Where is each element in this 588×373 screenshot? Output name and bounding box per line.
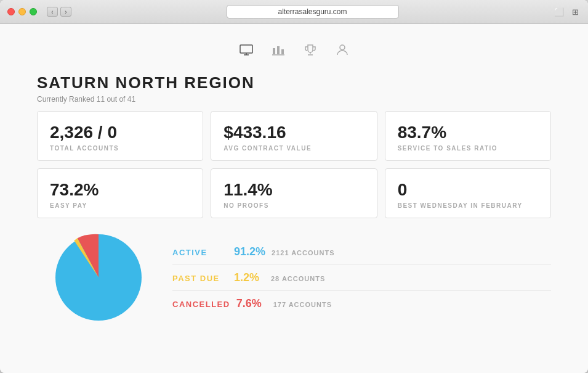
- traffic-lights: [7, 8, 37, 15]
- legend-pct-past-due: 1.2%: [234, 271, 265, 284]
- stat-card-best-wednesday: 0 BEST WEDNESDAY IN FEBRUARY: [385, 168, 551, 218]
- back-button[interactable]: ‹: [47, 7, 58, 17]
- svg-rect-0: [240, 45, 252, 53]
- total-accounts-label: TOTAL ACCOUNTS: [50, 145, 190, 152]
- region-title: SATURN NORTH REGION: [37, 73, 551, 92]
- stats-grid: 2,326 / 0 TOTAL ACCOUNTS $433.16 AVG CON…: [37, 111, 551, 218]
- new-tab-icon[interactable]: ⊞: [570, 6, 581, 17]
- easy-pay-label: EASY PAY: [50, 202, 190, 209]
- browser-actions: ⬜ ⊞: [554, 6, 581, 17]
- no-proofs-label: NO PROOFS: [224, 202, 364, 209]
- page-header: SATURN NORTH REGION Currently Ranked 11 …: [37, 73, 551, 104]
- top-nav: [37, 36, 551, 59]
- legend-row-cancelled: CANCELLED 7.6% 177 ACCOUNTS: [172, 291, 551, 316]
- service-ratio-value: 83.7%: [398, 123, 538, 142]
- stat-card-avg-contract: $433.16 AVG CONTRACT VALUE: [211, 111, 377, 161]
- easy-pay-value: 73.2%: [50, 180, 190, 200]
- browser-window: ‹ › ⬜ ⊞: [0, 0, 588, 373]
- bar-chart-nav-icon[interactable]: [270, 41, 287, 59]
- share-icon[interactable]: ⬜: [554, 6, 565, 17]
- address-bar: [76, 5, 549, 18]
- legend: ACTIVE 91.2% 2121 ACCOUNTS PAST DUE 1.2%…: [172, 239, 551, 316]
- region-subtitle: Currently Ranked 11 out of 41: [37, 95, 551, 104]
- forward-button[interactable]: ›: [60, 7, 71, 17]
- legend-pct-cancelled: 7.6%: [236, 297, 267, 310]
- svg-rect-3: [273, 48, 275, 54]
- avg-contract-value: $433.16: [224, 123, 364, 142]
- svg-rect-4: [277, 46, 280, 54]
- url-input[interactable]: [227, 5, 399, 18]
- service-ratio-label: SERVICE TO SALES RATIO: [398, 145, 538, 152]
- person-nav-icon[interactable]: [334, 41, 351, 59]
- legend-label-active: ACTIVE: [172, 248, 228, 257]
- total-accounts-value: 2,326 / 0: [50, 123, 190, 142]
- close-button[interactable]: [7, 8, 15, 15]
- best-wednesday-label: BEST WEDNESDAY IN FEBRUARY: [398, 202, 538, 209]
- stat-card-service-ratio: 83.7% SERVICE TO SALES RATIO: [385, 111, 551, 161]
- browser-chrome: ‹ › ⬜ ⊞: [0, 0, 588, 24]
- avg-contract-label: AVG CONTRACT VALUE: [224, 145, 364, 152]
- legend-accounts-active: 2121 ACCOUNTS: [272, 249, 334, 256]
- legend-accounts-cancelled: 177 ACCOUNTS: [273, 301, 332, 308]
- pie-chart: [49, 228, 148, 327]
- bottom-section: ACTIVE 91.2% 2121 ACCOUNTS PAST DUE 1.2%…: [37, 228, 551, 327]
- page-content: SATURN NORTH REGION Currently Ranked 11 …: [0, 24, 588, 345]
- stat-card-easy-pay: 73.2% EASY PAY: [37, 168, 203, 218]
- svg-rect-5: [281, 49, 284, 54]
- best-wednesday-value: 0: [398, 180, 538, 200]
- minimize-button[interactable]: [18, 8, 26, 15]
- nav-buttons: ‹ ›: [47, 7, 71, 17]
- presentation-nav-icon[interactable]: [238, 41, 255, 59]
- legend-label-cancelled: CANCELLED: [172, 300, 230, 309]
- browser-content: SATURN NORTH REGION Currently Ranked 11 …: [0, 24, 588, 373]
- legend-row-past-due: PAST DUE 1.2% 28 ACCOUNTS: [172, 265, 551, 291]
- legend-row-active: ACTIVE 91.2% 2121 ACCOUNTS: [172, 239, 551, 265]
- maximize-button[interactable]: [30, 8, 37, 15]
- legend-pct-active: 91.2%: [234, 245, 265, 258]
- legend-accounts-past-due: 28 ACCOUNTS: [271, 275, 325, 282]
- stat-card-total-accounts: 2,326 / 0 TOTAL ACCOUNTS: [37, 111, 203, 161]
- legend-label-past-due: PAST DUE: [172, 274, 228, 283]
- no-proofs-value: 11.4%: [224, 180, 364, 200]
- trophy-nav-icon[interactable]: [302, 41, 319, 59]
- stat-card-no-proofs: 11.4% NO PROOFS: [211, 168, 377, 218]
- svg-point-9: [340, 45, 345, 50]
